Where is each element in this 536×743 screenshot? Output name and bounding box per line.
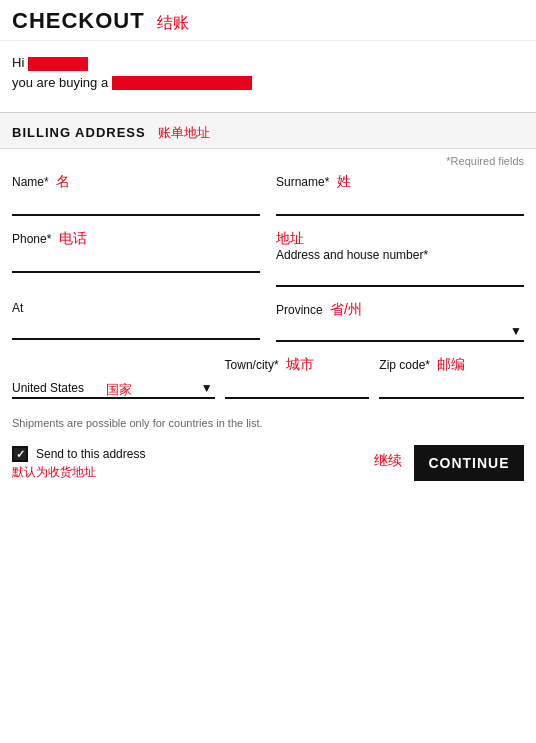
hi-prefix: Hi xyxy=(12,55,24,70)
name-surname-row: Name* 名 Surname* 姓 xyxy=(12,173,524,216)
name-label: Name* 名 xyxy=(12,173,260,191)
surname-label: Surname* 姓 xyxy=(276,173,524,191)
at-province-row: At Province 省/州 ▼ xyxy=(12,301,524,342)
town-input-wrapper xyxy=(225,376,370,399)
address-field: 地址 Address and house number* xyxy=(276,230,524,287)
country-town-zip-row: United States 国家 ▼ Town/city* 城市 Zip cod… xyxy=(12,356,524,399)
province-select-wrapper: ▼ xyxy=(276,321,524,342)
required-note: *Required fields xyxy=(0,149,536,169)
at-label: At xyxy=(12,301,260,315)
name-input-wrapper xyxy=(12,193,260,216)
at-input-wrapper xyxy=(12,317,260,340)
shipment-note: Shipments are possible only for countrie… xyxy=(0,413,536,437)
phone-field: Phone* 电话 xyxy=(12,230,260,287)
phone-input-wrapper xyxy=(12,250,260,273)
billing-section: BILLING ADDRESS 账单地址 xyxy=(0,112,536,149)
country-select-wrapper: United States 国家 ▼ xyxy=(12,379,215,399)
buying-prefix: you are buying a xyxy=(12,75,108,90)
send-address-section: ✓ Send to this address 默认为收货地址 xyxy=(12,446,145,481)
town-field: Town/city* 城市 xyxy=(225,356,370,399)
buying-line: you are buying a xyxy=(12,75,524,91)
province-label: Province 省/州 xyxy=(276,301,524,319)
zip-input[interactable] xyxy=(379,376,524,395)
checkbox-check-icon: ✓ xyxy=(16,448,25,461)
at-field: At xyxy=(12,301,260,342)
hi-line: Hi xyxy=(12,55,524,71)
zip-input-wrapper xyxy=(379,376,524,399)
town-label: Town/city* 城市 xyxy=(225,356,370,374)
name-input[interactable] xyxy=(12,193,260,212)
send-address-chinese: 默认为收货地址 xyxy=(12,462,145,481)
billing-header: BILLING ADDRESS 账单地址 xyxy=(0,113,536,149)
page-title-chinese: 结账 xyxy=(157,14,189,31)
continue-chinese: 继续 xyxy=(374,452,402,474)
send-address-label: Send to this address xyxy=(36,447,145,461)
name-field: Name* 名 xyxy=(12,173,260,216)
zip-label: Zip code* 邮编 xyxy=(379,356,524,374)
page-header: CHECKOUT 结账 xyxy=(0,0,536,41)
send-address-row: ✓ Send to this address xyxy=(12,446,145,462)
surname-field: Surname* 姓 xyxy=(276,173,524,216)
page-title: CHECKOUT xyxy=(12,8,145,33)
surname-input-wrapper xyxy=(276,193,524,216)
zip-field: Zip code* 邮编 xyxy=(379,356,524,399)
form-area: Name* 名 Surname* 姓 Pho xyxy=(0,169,536,399)
hi-name-redacted xyxy=(28,57,88,71)
province-select[interactable] xyxy=(276,321,524,340)
town-input[interactable] xyxy=(225,376,370,395)
phone-input[interactable] xyxy=(12,250,260,269)
address-input-wrapper xyxy=(276,264,524,287)
bottom-area: ✓ Send to this address 默认为收货地址 继续 CONTIN… xyxy=(0,445,536,481)
phone-address-row: Phone* 电话 地址 Address and house number* xyxy=(12,230,524,287)
surname-input[interactable] xyxy=(276,193,524,212)
billing-title-chinese: 账单地址 xyxy=(158,125,210,140)
page-container: CHECKOUT 结账 Hi you are buying a BILLING … xyxy=(0,0,536,743)
continue-section: 继续 CONTINUE xyxy=(374,445,524,481)
buying-redacted xyxy=(112,76,252,90)
address-input[interactable] xyxy=(276,264,524,283)
hi-section: Hi you are buying a xyxy=(0,41,536,94)
phone-label: Phone* 电话 xyxy=(12,230,260,248)
billing-title: BILLING ADDRESS xyxy=(12,125,146,140)
country-field: United States 国家 ▼ xyxy=(12,379,215,399)
send-address-checkbox[interactable]: ✓ xyxy=(12,446,28,462)
at-input[interactable] xyxy=(12,317,260,336)
province-field: Province 省/州 ▼ xyxy=(276,301,524,342)
address-label: 地址 Address and house number* xyxy=(276,230,524,262)
continue-button[interactable]: CONTINUE xyxy=(414,445,524,481)
